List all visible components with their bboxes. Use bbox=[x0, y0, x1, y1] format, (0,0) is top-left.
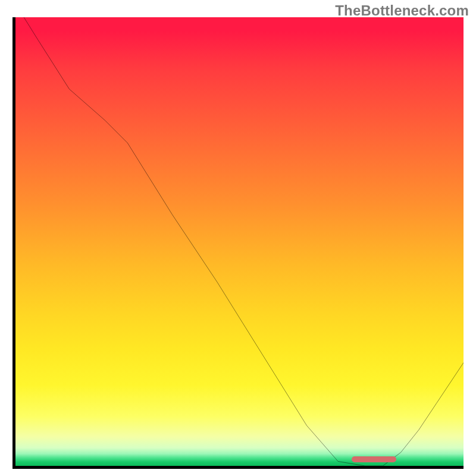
plot-area bbox=[15, 17, 464, 466]
bottleneck-curve-path bbox=[15, 17, 464, 466]
chart-container: TheBottleneck.com bbox=[0, 0, 476, 476]
optimal-range-marker bbox=[352, 456, 396, 462]
plot-axes bbox=[12, 17, 464, 469]
curve-svg bbox=[15, 17, 464, 466]
watermark-text: TheBottleneck.com bbox=[335, 2, 469, 19]
